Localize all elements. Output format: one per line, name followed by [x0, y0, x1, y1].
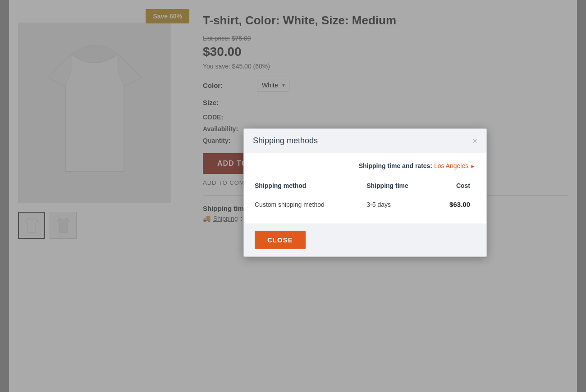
- row-cost: $63.00: [437, 194, 476, 215]
- modal-header: Shipping methods ×: [244, 129, 486, 153]
- shipping-table-body: Custom shipping method 3-5 days $63.00: [255, 194, 476, 215]
- shipping-modal: Shipping methods × Shipping time and rat…: [243, 128, 487, 257]
- table-header-row: Shipping method Shipping time Cost: [255, 178, 476, 194]
- modal-body: Shipping time and rates: Los Angeles ► S…: [244, 153, 486, 223]
- shipping-table-header: Shipping method Shipping time Cost: [255, 178, 476, 194]
- shipping-rates-header: Shipping time and rates: Los Angeles ►: [255, 162, 476, 169]
- shipping-table: Shipping method Shipping time Cost Custo…: [255, 178, 476, 214]
- modal-title: Shipping methods: [253, 136, 318, 146]
- row-method: Custom shipping method: [255, 194, 366, 215]
- col-time-header: Shipping time: [366, 178, 437, 194]
- modal-close-btn[interactable]: CLOSE: [255, 231, 306, 249]
- rates-header-label: Shipping time and rates:: [359, 162, 432, 169]
- modal-close-button[interactable]: ×: [472, 137, 477, 145]
- modal-footer: CLOSE: [244, 223, 486, 256]
- row-time: 3-5 days: [366, 194, 437, 215]
- rates-location-icon: ►: [470, 163, 476, 169]
- rates-location-text: Los Angeles: [434, 162, 468, 169]
- table-row: Custom shipping method 3-5 days $63.00: [255, 194, 476, 215]
- col-method-header: Shipping method: [255, 178, 366, 194]
- col-cost-header: Cost: [437, 178, 476, 194]
